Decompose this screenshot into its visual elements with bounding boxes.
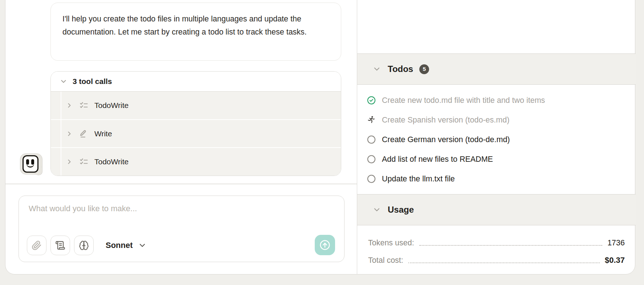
arrow-up-circle-icon xyxy=(318,238,331,252)
todo-label: Create new todo.md file with title and t… xyxy=(382,96,545,105)
scripts-button[interactable] xyxy=(50,236,70,255)
scroll-text-icon xyxy=(55,240,65,250)
tool-call-row[interactable]: Write xyxy=(51,120,341,148)
tokens-used-label: Tokens used: xyxy=(368,238,414,248)
smiley-face-icon xyxy=(23,155,38,173)
total-cost-label: Total cost: xyxy=(368,256,403,265)
dotted-leader xyxy=(408,262,600,263)
composer-divider xyxy=(5,184,357,184)
usage-section-header[interactable]: Usage xyxy=(357,194,636,225)
todo-item: Create German version (todo-de.md) xyxy=(367,130,625,149)
tool-calls-group: 3 tool calls TodoWrite Wri xyxy=(50,71,341,176)
usage-stats: Tokens used: 1736 Total cost: $0.37 xyxy=(368,233,625,268)
model-selector[interactable]: Sonnet xyxy=(106,241,147,250)
chat-panel: I'll help you create the todo files in m… xyxy=(5,0,357,274)
todo-list-icon xyxy=(80,157,88,166)
tokens-used-value: 1736 xyxy=(607,238,625,248)
todo-list-icon xyxy=(80,101,88,110)
tool-name: Write xyxy=(94,129,112,138)
thinking-mode-button[interactable] xyxy=(74,236,94,255)
paperclip-icon xyxy=(32,240,42,250)
send-button[interactable] xyxy=(315,235,335,255)
status-pending-icon xyxy=(367,135,376,144)
dotted-leader xyxy=(419,245,602,246)
chevron-right-icon xyxy=(66,130,73,137)
tokens-used-row: Tokens used: 1736 xyxy=(368,233,625,250)
brain-icon xyxy=(79,240,89,250)
tool-name: TodoWrite xyxy=(94,157,129,166)
assistant-message-text: I'll help you create the todo files in m… xyxy=(62,15,307,36)
todo-item: Create new todo.md file with title and t… xyxy=(367,91,625,110)
app-window: I'll help you create the todo files in m… xyxy=(5,0,635,274)
model-name: Sonnet xyxy=(106,241,133,250)
composer: Sonnet xyxy=(19,196,345,262)
message-input[interactable] xyxy=(29,204,283,224)
pen-line-icon xyxy=(80,129,88,138)
todo-label: Update the llm.txt file xyxy=(382,174,455,184)
todos-title: Todos xyxy=(388,64,413,74)
chevron-down-icon xyxy=(372,65,381,73)
chevron-right-icon xyxy=(66,158,73,165)
row-rail xyxy=(51,92,61,119)
status-pending-icon xyxy=(367,154,376,164)
assistant-message-bubble: I'll help you create the todo files in m… xyxy=(50,3,341,61)
row-rail xyxy=(51,148,61,176)
total-cost-row: Total cost: $0.37 xyxy=(368,250,625,268)
todo-item: Update the llm.txt file xyxy=(367,169,625,189)
todos-section-header[interactable]: Todos 5 xyxy=(357,53,636,85)
tool-call-row[interactable]: TodoWrite xyxy=(51,148,341,176)
chevron-down-icon xyxy=(138,241,147,250)
todo-label: Add list of new files to README xyxy=(382,155,493,164)
todo-label: Create German version (todo-de.md) xyxy=(382,135,510,144)
chevron-down-icon xyxy=(372,205,381,214)
sidebar: Todos 5 Create new todo.md file with tit… xyxy=(357,0,636,274)
clawd-smiley-avatar xyxy=(20,153,44,177)
todo-item: Add list of new files to README xyxy=(367,149,625,169)
tool-calls-count-label: 3 tool calls xyxy=(73,77,112,86)
status-done-icon xyxy=(367,96,376,105)
attach-file-button[interactable] xyxy=(27,236,46,255)
tool-name: TodoWrite xyxy=(94,101,129,110)
total-cost-value: $0.37 xyxy=(605,256,625,265)
status-in-progress-icon xyxy=(367,115,376,125)
composer-toolbar: Sonnet xyxy=(27,236,147,255)
todos-count-badge: 5 xyxy=(419,64,429,74)
status-pending-icon xyxy=(367,174,376,184)
usage-title: Usage xyxy=(388,205,414,215)
tool-calls-list: TodoWrite Write Todo xyxy=(51,92,341,176)
tool-calls-header[interactable]: 3 tool calls xyxy=(51,72,341,92)
todo-list: Create new todo.md file with title and t… xyxy=(367,91,625,189)
chevron-right-icon xyxy=(66,102,73,109)
tool-call-row[interactable]: TodoWrite xyxy=(51,92,341,119)
todo-item: Create Spanish version (todo-es.md) xyxy=(367,110,625,130)
chevron-down-icon xyxy=(60,77,68,85)
row-rail xyxy=(51,120,61,148)
todo-label: Create Spanish version (todo-es.md) xyxy=(382,116,509,125)
